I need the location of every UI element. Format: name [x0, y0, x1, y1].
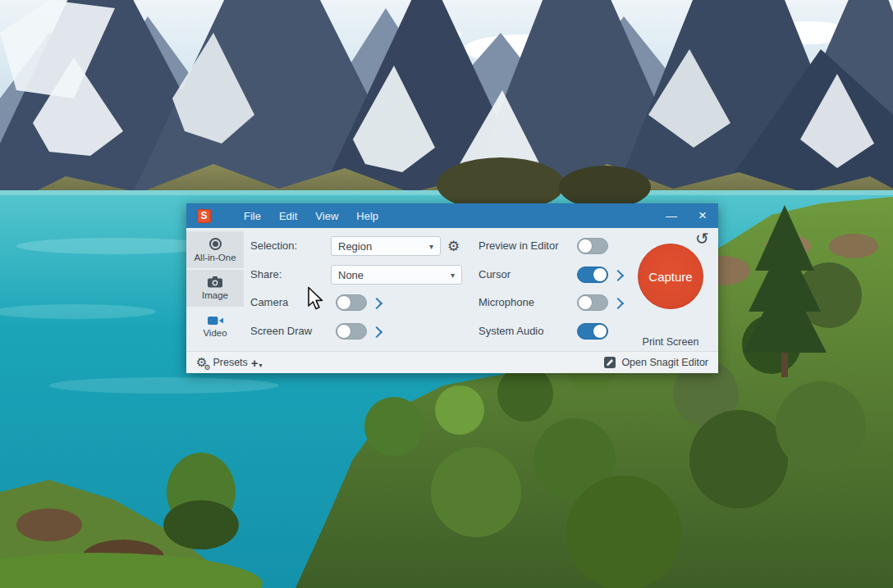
cursor-label: Cursor [479, 265, 511, 285]
selection-dropdown[interactable]: Region ▾ [331, 236, 441, 256]
preview-in-editor-label: Preview in Editor [479, 236, 559, 256]
share-dropdown[interactable]: None ▾ [331, 265, 462, 285]
tab-video-label: Video [203, 328, 227, 338]
window-controls: — × [656, 203, 718, 228]
caret-down-icon: ▾ [429, 242, 433, 251]
tab-all-in-one[interactable]: All-in-One [186, 231, 244, 268]
presets-gear-icon: ⚙ ⚙ [196, 357, 207, 369]
camera-options-chevron-icon[interactable] [371, 298, 382, 309]
screen-draw-label: Screen Draw [250, 321, 312, 341]
open-snagit-editor-button[interactable]: Open Snagit Editor [604, 357, 708, 368]
selection-label: Selection: [250, 236, 297, 256]
cursor-toggle[interactable] [577, 267, 608, 283]
menu-edit[interactable]: Edit [270, 210, 306, 222]
tab-video[interactable]: Video [186, 308, 244, 345]
plus-icon: + [251, 357, 259, 369]
microphone-label: Microphone [479, 293, 534, 312]
system-audio-label: System Audio [479, 321, 544, 341]
presets-button[interactable]: ⚙ ⚙ Presets [196, 357, 248, 369]
presets-label: Presets [213, 357, 247, 368]
mouse-cursor [307, 286, 325, 311]
capture-mode-tabs: All-in-One Image Video [186, 228, 244, 351]
titlebar[interactable]: S File Edit View Help — × [186, 203, 718, 228]
minimize-button[interactable]: — [656, 203, 687, 228]
presets-bar: ⚙ ⚙ Presets + ▾ Open Snagit Editor [186, 351, 718, 373]
capture-button-label: Capture [648, 270, 692, 284]
close-button[interactable]: × [687, 203, 718, 228]
snagit-logo-icon: S [197, 209, 211, 223]
caret-down-icon: ▾ [451, 271, 455, 280]
menu-file[interactable]: File [235, 210, 270, 222]
menu-bar: File Edit View Help [235, 210, 387, 222]
preview-in-editor-toggle[interactable] [577, 238, 608, 254]
reset-undo-icon[interactable]: ↺ [695, 229, 709, 248]
camera-toggle[interactable] [336, 294, 367, 311]
microphone-options-chevron-icon[interactable] [612, 298, 624, 309]
capture-hotkey-label: Print Screen [621, 336, 720, 348]
camera-label: Camera [250, 293, 288, 312]
record-circle-icon [209, 238, 222, 250]
selection-settings-gear-icon[interactable]: ⚙ [447, 236, 460, 256]
caret-down-icon: ▾ [259, 362, 263, 369]
system-audio-toggle[interactable] [577, 323, 608, 340]
capture-button[interactable]: Capture [638, 244, 703, 309]
microphone-toggle[interactable] [577, 294, 608, 311]
open-editor-icon [604, 357, 616, 368]
tab-all-in-one-label: All-in-One [194, 253, 236, 262]
cursor-options-chevron-icon[interactable] [612, 270, 624, 281]
menu-help[interactable]: Help [347, 210, 387, 222]
desktop: S File Edit View Help — × All-in-One [0, 0, 893, 588]
tab-image[interactable]: Image [186, 270, 244, 307]
tab-image-label: Image [202, 290, 228, 300]
menu-view[interactable]: View [306, 210, 347, 222]
share-label: Share: [250, 265, 282, 285]
selection-value: Region [338, 240, 424, 253]
screen-draw-toggle[interactable] [336, 323, 367, 340]
snagit-capture-window: S File Edit View Help — × All-in-One [186, 203, 718, 373]
presets-small-gear-icon: ⚙ [204, 364, 210, 371]
add-preset-button[interactable]: + ▾ [251, 357, 263, 369]
share-value: None [338, 269, 446, 281]
window-body: All-in-One Image Video [186, 228, 718, 351]
camera-icon [208, 276, 222, 288]
screen-draw-options-chevron-icon[interactable] [371, 326, 382, 338]
open-editor-label: Open Snagit Editor [621, 357, 708, 368]
logo-letter: S [200, 210, 207, 221]
video-camera-icon [208, 316, 223, 326]
